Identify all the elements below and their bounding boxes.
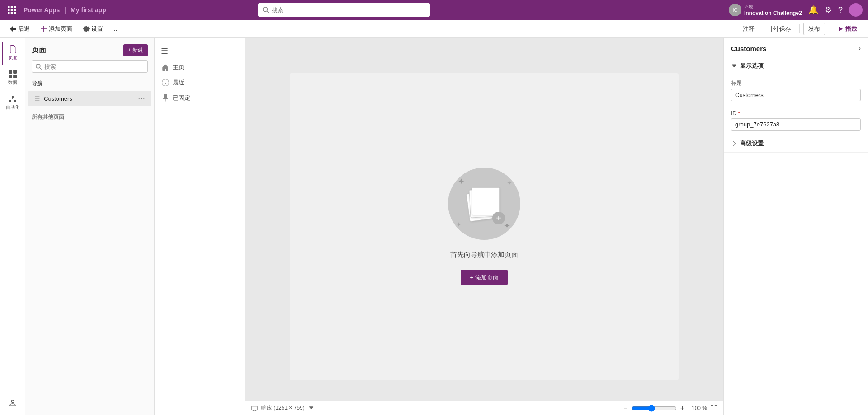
automate-label: 自动化 [6,104,19,111]
sidebar-item-automate[interactable]: 自动化 [2,91,24,114]
save-icon [771,26,778,32]
chevron-down-icon[interactable] [308,405,314,411]
sidebar-item-account[interactable] [2,395,24,410]
environment-block[interactable]: IC 环境 Innovation Challenge2 [729,4,802,16]
zoom-in-button[interactable]: + [680,404,684,412]
svg-rect-11 [9,75,12,78]
svg-rect-7 [11,12,13,14]
topbar-brand: Power Apps | My first app [24,6,106,14]
svg-point-13 [11,96,14,98]
svg-rect-16 [252,406,257,410]
svg-rect-12 [13,75,17,78]
toolbar-sep3 [829,24,829,33]
data-icon [9,70,17,78]
pages-panel-title: 页面 [32,46,46,55]
zoom-out-button[interactable]: − [623,404,627,412]
nav-item-customers[interactable]: ☰ Customers ⋯ [28,91,151,106]
sparkle-tr-icon: ✦ [507,179,512,187]
search-icon [263,7,269,13]
comment-button[interactable]: 注释 [738,23,759,35]
svg-rect-1 [11,6,13,8]
add-page-canvas-button[interactable]: + 添加页面 [461,270,507,285]
nav-item-label: Customers [44,95,134,102]
env-avatar: IC [729,4,741,16]
search-input[interactable] [272,7,425,14]
add-icon [41,26,47,32]
sparkle-tl-icon: ✦ [458,177,465,187]
display-options-section[interactable]: 显示选项 [724,57,868,75]
nav-pinned-item[interactable]: 已固定 [155,90,245,106]
app-launcher-icon[interactable] [5,4,18,16]
nav-recent-item[interactable]: 最近 [155,75,245,90]
recent-icon [162,79,169,86]
svg-rect-8 [14,12,16,14]
save-button[interactable]: 保存 [767,23,796,35]
canvas-inner: ✦ ✦ ✦ ✦ + 首先向导航中添加页面 + 添加 [290,73,679,380]
svg-rect-6 [8,12,10,14]
page-card-front [472,187,500,215]
nav-preview-panel: ☰ 主页 最近 已固定 [155,38,245,415]
pages-label: 页面 [9,55,18,61]
svg-rect-9 [9,70,12,74]
home-icon [162,64,169,71]
new-page-button[interactable]: + 新建 [123,44,148,56]
title-field-label: 标题 [731,79,861,87]
data-label: 数据 [8,79,17,86]
topbar-search-box[interactable] [258,3,430,17]
automate-icon [9,95,17,103]
canvas-area: ✦ ✦ ✦ ✦ + 首先向导航中添加页面 + 添加 [245,38,723,415]
env-info: 环境 Innovation Challenge2 [744,4,802,16]
add-page-button[interactable]: 添加页面 [37,23,76,35]
pages-search-icon [36,64,42,70]
main-layout: 页面 数据 自动化 页面 + 新建 导航 ☰ Customers [0,38,868,415]
sparkle-bl-icon: ✦ [456,221,462,228]
empty-state-illustration: ✦ ✦ ✦ ✦ + [448,168,520,240]
play-icon [837,26,844,32]
pin-icon [162,94,169,102]
topbar-right-actions: IC 环境 Innovation Challenge2 🔔 ⚙ ? [729,3,863,17]
icon-rail-bottom [2,395,24,410]
responsive-icon [251,405,258,411]
play-button[interactable]: 播放 [833,23,862,35]
advanced-settings-section[interactable]: 高级设置 [724,135,868,153]
zoom-reset-icon[interactable] [711,405,717,411]
toolbar: 后退 添加页面 设置 ... 注释 保存 发布 播放 [0,20,868,38]
sidebar-item-data[interactable]: 数据 [2,66,24,89]
nav-menu-icon[interactable]: ☰ [155,42,245,60]
publish-button[interactable]: 发布 [803,23,825,35]
notifications-button[interactable]: 🔔 [808,5,818,15]
zoom-slider[interactable] [632,405,677,412]
pages-panel-header: 页面 + 新建 [25,38,154,60]
settings-toolbar-button[interactable]: 设置 [80,23,107,35]
topbar: Power Apps | My first app IC 环境 Innovati… [0,0,868,20]
id-field-input[interactable] [731,118,861,131]
sparkle-br-icon: ✦ [504,221,510,231]
add-circle-icon: + [492,212,505,224]
svg-rect-5 [14,9,16,11]
nav-home-item[interactable]: 主页 [155,60,245,75]
more-button[interactable]: ... [110,23,123,34]
nav-item-list-icon: ☰ [34,95,40,103]
settings-button[interactable]: ⚙ [825,5,832,15]
svg-rect-2 [14,6,16,8]
pages-search-box[interactable] [32,60,148,73]
help-button[interactable]: ? [838,5,843,15]
svg-rect-4 [11,9,13,11]
svg-rect-3 [8,9,10,11]
nav-item-more-button[interactable]: ⋯ [138,94,145,103]
zoom-level: 100 % [688,405,707,411]
responsive-label: 响应 (1251 × 759) [261,404,305,412]
pages-search-input[interactable] [44,63,144,70]
back-button[interactable]: 后退 [6,23,33,35]
toolbar-sep1 [763,24,763,33]
right-panel-close-button[interactable]: › [859,44,861,52]
id-field-block: ID [724,106,868,135]
svg-rect-10 [13,70,17,74]
gear-icon [83,26,90,32]
back-icon [10,26,16,32]
empty-state-text: 首先向导航中添加页面 [450,251,518,259]
user-avatar[interactable] [849,3,863,17]
right-panel: Customers › 显示选项 标题 ID 高级设置 [723,38,868,415]
title-field-input[interactable] [731,89,861,101]
sidebar-item-pages[interactable]: 页面 [2,42,24,65]
